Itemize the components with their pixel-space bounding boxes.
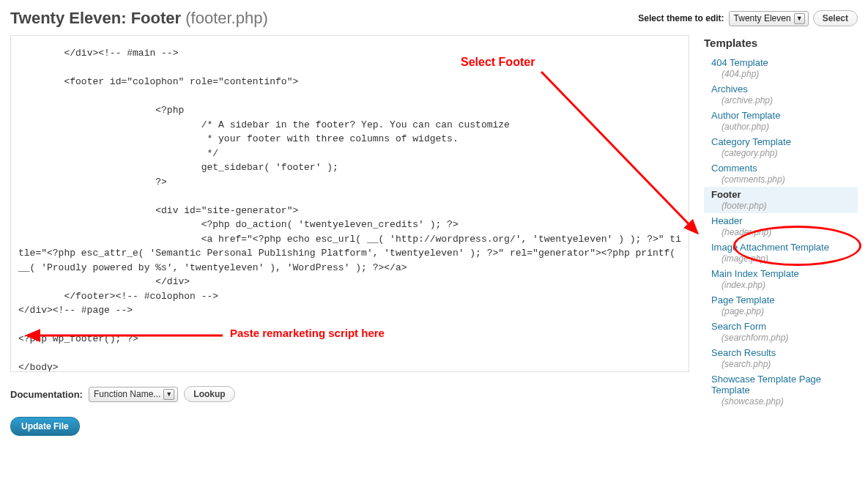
theme-select-area: Select theme to edit: Twenty Eleven ▼ Se… <box>638 10 858 26</box>
editor-column: Select Footer Paste remarketing script h… <box>10 35 689 436</box>
template-filename: (index.php) <box>711 280 858 290</box>
template-link[interactable]: Category Template <box>711 136 858 147</box>
template-link[interactable]: Header <box>711 215 858 226</box>
function-dropdown-value: Function Name... <box>94 389 160 399</box>
template-filename: (archive.php) <box>711 95 858 105</box>
template-item[interactable]: Showcase Template Page Template(showcase… <box>704 371 858 409</box>
template-link[interactable]: Footer <box>711 189 858 200</box>
template-item[interactable]: Header(header.php) <box>704 213 858 240</box>
update-file-button[interactable]: Update File <box>10 417 80 436</box>
template-item[interactable]: Archives(archive.php) <box>704 81 858 108</box>
template-filename: (search.php) <box>711 359 858 369</box>
templates-sidebar: Templates 404 Template(404.php)Archives(… <box>704 35 858 409</box>
template-filename: (footer.php) <box>711 201 858 211</box>
template-item[interactable]: Image Attachment Template(image.php) <box>704 240 858 266</box>
template-link[interactable]: Page Template <box>711 294 858 305</box>
template-link[interactable]: Comments <box>711 163 858 174</box>
chevron-down-icon: ▼ <box>163 389 174 400</box>
file-name: (footer.php) <box>185 9 268 27</box>
section-name: Footer <box>131 9 181 27</box>
template-link[interactable]: Showcase Template Page Template <box>711 374 858 396</box>
template-filename: (header.php) <box>711 227 858 237</box>
template-link[interactable]: Main Index Template <box>711 268 858 279</box>
template-link[interactable]: Author Template <box>711 110 858 121</box>
documentation-row: Documentation: Function Name... ▼ Lookup <box>10 386 689 402</box>
page-header: Twenty Eleven: Footer (footer.php) Selec… <box>10 9 858 28</box>
select-theme-label: Select theme to edit: <box>638 13 724 23</box>
template-filename: (404.php) <box>711 69 858 79</box>
templates-heading: Templates <box>704 37 858 49</box>
template-filename: (searchform.php) <box>711 333 858 343</box>
template-filename: (author.php) <box>711 122 858 132</box>
template-filename: (category.php) <box>711 148 858 158</box>
documentation-label: Documentation: <box>10 389 83 400</box>
template-item[interactable]: Author Template(author.php) <box>704 108 858 134</box>
templates-list: 404 Template(404.php)Archives(archive.ph… <box>704 55 858 409</box>
template-item[interactable]: Main Index Template(index.php) <box>704 266 858 292</box>
template-item[interactable]: Comments(comments.php) <box>704 160 858 187</box>
code-editor[interactable] <box>10 35 689 372</box>
template-item[interactable]: Search Form(searchform.php) <box>704 319 858 345</box>
template-filename: (comments.php) <box>711 174 858 185</box>
theme-name: Twenty Eleven <box>10 9 121 27</box>
template-link[interactable]: 404 Template <box>711 57 858 68</box>
theme-dropdown[interactable]: Twenty Eleven ▼ <box>729 11 809 26</box>
template-item[interactable]: Page Template(page.php) <box>704 292 858 319</box>
function-name-dropdown[interactable]: Function Name... ▼ <box>89 387 178 402</box>
lookup-button[interactable]: Lookup <box>184 386 234 402</box>
template-link[interactable]: Archives <box>711 84 858 94</box>
template-filename: (showcase.php) <box>711 396 858 407</box>
template-filename: (image.php) <box>711 253 858 264</box>
chevron-down-icon: ▼ <box>794 13 805 24</box>
select-button[interactable]: Select <box>813 10 858 26</box>
theme-dropdown-value: Twenty Eleven <box>734 13 791 23</box>
template-item[interactable]: 404 Template(404.php) <box>704 55 858 81</box>
template-filename: (page.php) <box>711 306 858 316</box>
template-link[interactable]: Search Results <box>711 347 858 358</box>
template-link[interactable]: Search Form <box>711 321 858 332</box>
template-item[interactable]: Footer(footer.php) <box>704 187 858 213</box>
template-item[interactable]: Category Template(category.php) <box>704 134 858 160</box>
page-title: Twenty Eleven: Footer (footer.php) <box>10 9 268 28</box>
template-link[interactable]: Image Attachment Template <box>711 242 858 253</box>
template-item[interactable]: Search Results(search.php) <box>704 345 858 371</box>
